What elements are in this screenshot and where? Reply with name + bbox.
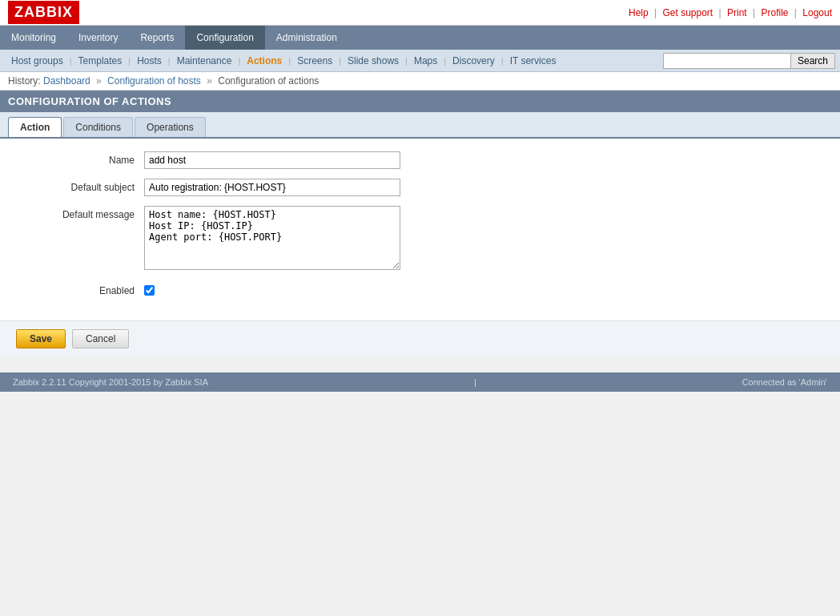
search-button[interactable]: Search [791, 53, 835, 69]
tab-action[interactable]: Action [8, 117, 62, 137]
main-navigation: Monitoring Inventory Reports Configurati… [0, 26, 840, 50]
enabled-checkbox[interactable] [144, 285, 155, 296]
name-field-wrapper [144, 151, 400, 169]
profile-link[interactable]: Profile [761, 7, 788, 18]
nav-inventory[interactable]: Inventory [67, 26, 129, 50]
help-link[interactable]: Help [629, 7, 649, 18]
subnav-hostgroups[interactable]: Host groups [5, 55, 70, 66]
cancel-button[interactable]: Cancel [72, 329, 129, 348]
button-bar: Save Cancel [0, 320, 840, 356]
default-message-label: Default message [16, 206, 144, 220]
default-subject-label: Default subject [16, 179, 144, 193]
default-message-row: Default message [16, 206, 824, 272]
default-message-field-wrapper [144, 206, 400, 272]
footer-connected: Connected as 'Admin' [742, 377, 827, 387]
subnav-slideshows[interactable]: Slide shows [341, 55, 405, 66]
history-label: History: [8, 75, 41, 87]
enabled-label: Enabled [16, 282, 144, 296]
name-input[interactable] [144, 151, 400, 169]
subnav-hosts[interactable]: Hosts [131, 55, 168, 66]
default-subject-input[interactable] [144, 179, 400, 196]
sub-navigation: Host groups | Templates | Hosts | Mainte… [0, 50, 840, 72]
default-subject-row: Default subject [16, 179, 824, 196]
enabled-field-wrapper [144, 282, 155, 298]
subnav-itservices[interactable]: IT services [504, 55, 563, 66]
search-input[interactable] [663, 53, 791, 69]
tab-operations[interactable]: Operations [135, 117, 206, 137]
subnav-maintenance[interactable]: Maintenance [171, 55, 239, 66]
page-header: Configuration of actions [0, 91, 840, 112]
subnav-templates[interactable]: Templates [72, 55, 129, 66]
breadcrumb-config-hosts[interactable]: Configuration of hosts [107, 75, 201, 87]
breadcrumb-dashboard[interactable]: Dashboard [43, 75, 90, 87]
default-message-textarea[interactable] [144, 206, 400, 270]
footer-separator: | [474, 377, 476, 387]
enabled-row: Enabled [16, 282, 824, 298]
tab-conditions[interactable]: Conditions [63, 117, 133, 137]
subnav-screens[interactable]: Screens [291, 55, 339, 66]
default-subject-field-wrapper [144, 179, 400, 196]
content-area: Action Conditions Operations Name Defaul… [0, 112, 840, 356]
subnav-actions[interactable]: Actions [240, 55, 288, 66]
top-links: Help | Get support | Print | Profile | L… [629, 7, 832, 18]
name-row: Name [16, 151, 824, 169]
breadcrumb-current: Configuration of actions [218, 75, 319, 87]
footer-copyright: Zabbix 2.2.11 Copyright 2001-2015 by Zab… [13, 377, 208, 387]
nav-monitoring[interactable]: Monitoring [0, 26, 67, 50]
subnav-maps[interactable]: Maps [408, 55, 444, 66]
action-form: Name Default subject Default message Ena… [0, 139, 840, 320]
logout-link[interactable]: Logout [802, 7, 832, 18]
footer: Zabbix 2.2.11 Copyright 2001-2015 by Zab… [0, 372, 840, 392]
breadcrumb: History: Dashboard » Configuration of ho… [0, 72, 840, 91]
search-area: Search [663, 53, 835, 69]
nav-reports[interactable]: Reports [129, 26, 185, 50]
nav-configuration[interactable]: Configuration [185, 26, 264, 50]
zabbix-logo: ZABBIX [8, 1, 79, 24]
nav-administration[interactable]: Administration [265, 26, 348, 50]
name-label: Name [16, 151, 144, 166]
subnav-discovery[interactable]: Discovery [446, 55, 501, 66]
save-button[interactable]: Save [16, 329, 66, 348]
tab-bar: Action Conditions Operations [0, 112, 840, 139]
print-link[interactable]: Print [727, 7, 747, 18]
get-support-link[interactable]: Get support [663, 7, 713, 18]
